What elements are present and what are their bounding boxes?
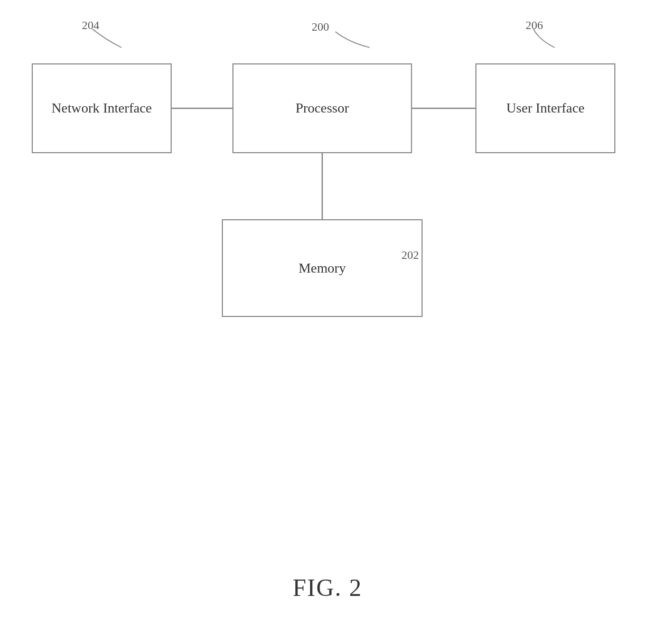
diagram-container: Network Interface Processor User Interfa… [0, 0, 655, 644]
ref-204: 204 [82, 18, 99, 32]
processor-box: Processor [232, 63, 412, 153]
figure-caption: FIG. 2 [0, 574, 655, 602]
network-interface-box: Network Interface [32, 63, 172, 153]
user-interface-label: User Interface [507, 99, 585, 117]
user-interface-box: User Interface [475, 63, 615, 153]
memory-box: Memory [222, 219, 423, 317]
network-interface-label: Network Interface [52, 99, 152, 117]
ref-206: 206 [526, 18, 543, 32]
ref-202: 202 [401, 248, 419, 262]
processor-label: Processor [295, 99, 349, 117]
ref-200: 200 [312, 20, 329, 34]
memory-label: Memory [298, 259, 346, 277]
